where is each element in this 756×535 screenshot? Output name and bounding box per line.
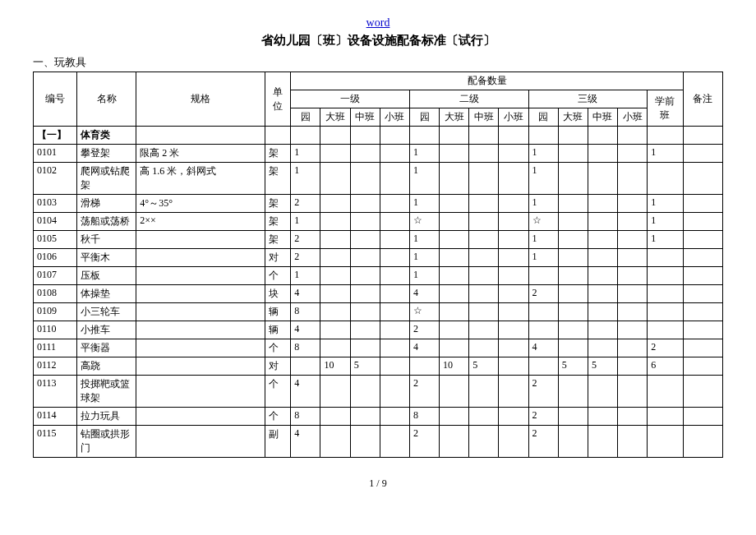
th-l3-da: 大班 — [558, 108, 588, 127]
section-name-cell: 体育类 — [77, 127, 136, 145]
table-cell — [469, 231, 499, 249]
table-cell — [440, 249, 469, 267]
table-cell — [683, 267, 722, 285]
table-cell — [350, 249, 380, 267]
table-cell — [499, 195, 528, 213]
table-cell — [440, 231, 469, 249]
table-cell — [350, 321, 380, 339]
th-num: 编号 — [34, 72, 77, 127]
table-cell — [469, 408, 499, 426]
section-empty-cell — [588, 127, 617, 145]
table-cell: 0110 — [34, 321, 77, 339]
table-cell — [648, 376, 684, 408]
table-row: 0103滑梯4°～35°架2111 — [34, 195, 723, 213]
table-cell — [320, 145, 350, 163]
table-cell — [618, 408, 648, 426]
table-cell — [136, 321, 265, 339]
table-cell: 个 — [265, 376, 291, 408]
section-empty-cell — [618, 127, 648, 145]
table-cell — [136, 231, 265, 249]
table-cell — [499, 213, 528, 231]
table-cell: 2 — [409, 376, 439, 408]
th-l1-zhong: 中班 — [350, 108, 380, 127]
section-empty-cell — [320, 127, 350, 145]
table-row: 0106平衡木对211 — [34, 249, 723, 267]
table-cell: 0105 — [34, 231, 77, 249]
table-cell — [588, 163, 617, 195]
table-cell: 0107 — [34, 267, 77, 285]
table-cell — [499, 339, 528, 357]
table-cell: 5 — [558, 357, 588, 376]
table-cell — [380, 213, 409, 231]
table-row: 0108体操垫块442 — [34, 285, 723, 303]
table-cell — [588, 145, 617, 163]
table-cell — [618, 321, 648, 339]
table-cell: 荡船或荡桥 — [77, 213, 136, 231]
table-cell: 4 — [409, 285, 439, 303]
table-row: 0110小推车辆42 — [34, 321, 723, 339]
table-cell — [350, 426, 380, 458]
table-cell — [440, 303, 469, 321]
table-cell — [588, 408, 617, 426]
table-cell — [440, 426, 469, 458]
table-cell: 2 — [528, 285, 558, 303]
table-cell — [528, 267, 558, 285]
table-cell — [528, 357, 558, 376]
table-cell — [136, 267, 265, 285]
table-cell: 4 — [291, 285, 320, 303]
table-cell — [588, 267, 617, 285]
table-cell: 架 — [265, 231, 291, 249]
table-cell — [136, 249, 265, 267]
table-cell — [558, 285, 588, 303]
table-cell: 6 — [648, 357, 684, 376]
table-cell — [350, 231, 380, 249]
table-cell — [618, 249, 648, 267]
table-row: 0114拉力玩具个882 — [34, 408, 723, 426]
table-cell — [380, 376, 409, 408]
table-cell — [380, 408, 409, 426]
table-cell — [320, 303, 350, 321]
table-cell — [499, 303, 528, 321]
table-cell: 0104 — [34, 213, 77, 231]
table-cell — [558, 145, 588, 163]
table-cell: 5 — [350, 357, 380, 376]
table-cell: 4 — [291, 426, 320, 458]
table-cell — [683, 285, 722, 303]
table-cell — [350, 339, 380, 357]
table-cell — [588, 213, 617, 231]
table-cell — [320, 339, 350, 357]
table-cell: 对 — [265, 249, 291, 267]
table-cell — [320, 195, 350, 213]
table-cell: 2 — [528, 376, 558, 408]
table-cell: 1 — [409, 267, 439, 285]
table-cell — [499, 376, 528, 408]
table-cell — [618, 213, 648, 231]
table-cell — [588, 321, 617, 339]
table-cell — [683, 376, 722, 408]
table-cell — [469, 213, 499, 231]
table-cell: 0109 — [34, 303, 77, 321]
table-cell: ☆ — [409, 303, 439, 321]
table-cell: 0102 — [34, 163, 77, 195]
table-cell — [683, 408, 722, 426]
th-l3-xiao: 小班 — [618, 108, 648, 127]
table-cell — [618, 339, 648, 357]
table-cell — [499, 408, 528, 426]
table-cell: 4 — [409, 339, 439, 357]
table-cell: 1 — [291, 213, 320, 231]
table-cell — [291, 357, 320, 376]
th-spec: 规格 — [136, 72, 265, 127]
table-cell — [648, 249, 684, 267]
table-cell: 副 — [265, 426, 291, 458]
table-cell: 0113 — [34, 376, 77, 408]
table-row: 0107压板个11 — [34, 267, 723, 285]
table-cell — [588, 249, 617, 267]
table-cell: 0106 — [34, 249, 77, 267]
table-cell: 高 1.6 米，斜网式 — [136, 163, 265, 195]
table-cell: 0115 — [34, 426, 77, 458]
table-cell: 5 — [588, 357, 617, 376]
table-cell — [320, 376, 350, 408]
table-cell: 0111 — [34, 339, 77, 357]
table-cell — [380, 357, 409, 376]
table-cell: 10 — [320, 357, 350, 376]
